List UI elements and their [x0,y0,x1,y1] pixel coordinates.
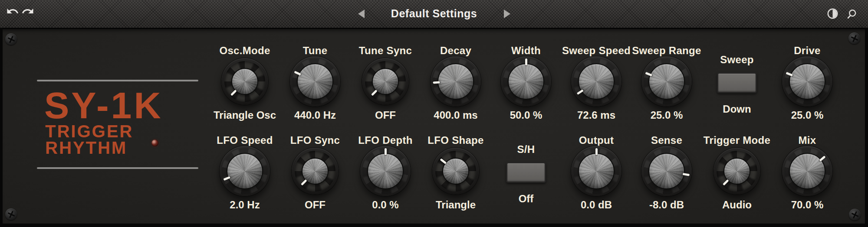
right-triangle-icon [504,10,510,18]
control-sense: Sense -8.0 dB [631,133,702,214]
control-osc-mode: Osc.Mode Triangle Osc [209,43,280,124]
sh-button[interactable] [506,162,546,183]
header-bar: Default Settings [0,0,868,28]
lfo-depth-knob[interactable] [360,146,411,196]
sense-knob[interactable] [641,146,692,196]
knob-cap [297,63,333,100]
control-tune: Tune 440.0 Hz [279,43,351,124]
decay-knob[interactable] [431,56,481,107]
control-lfo-shape: LFO Shape Triangle [420,133,491,214]
control-lfo-depth: LFO Depth 0.0 % [350,133,421,214]
lfo-speed-knob[interactable] [220,146,270,196]
undo-button[interactable] [6,4,20,18]
output-knob[interactable] [571,146,621,196]
knob-cap [578,63,615,100]
logo-subtitle-line2: RHYTHM [45,139,127,156]
status-led [151,139,158,146]
tune-knob[interactable] [290,56,340,107]
control-output: Output 0.0 dB [561,133,632,214]
control-width: Width 50.0 % [490,43,562,124]
screw-bottom-left [5,208,17,220]
preset-name[interactable]: Default Settings [373,7,495,20]
drive-value: 25.0 % [766,109,849,121]
knob-cap [227,153,263,189]
knob-cap [789,63,825,100]
lfo-sync-knob[interactable] [292,148,339,195]
control-decay: Decay 400.0 ms [420,43,491,124]
knob-pointer [525,58,527,65]
lfo-shape-knob[interactable] [432,148,479,195]
screw-top-left [5,33,17,45]
plugin-window: Default Settings SY-1K TRIGGER RHYTHM Os… [0,0,868,227]
mix-knob[interactable] [782,146,832,196]
knob-cap [789,153,825,189]
logo-divider-bottom [37,167,198,169]
knob-cap [437,63,474,100]
knob-cap [648,63,685,100]
sweep-speed-knob[interactable] [571,56,621,107]
control-lfo-speed: LFO Speed 2.0 Hz [209,133,280,214]
contrast-toggle-button[interactable] [826,7,838,19]
control-tune-sync: Tune Sync OFF [350,43,421,124]
drive-knob[interactable] [782,56,832,107]
mix-label: Mix [763,134,852,146]
prev-preset-button[interactable] [357,10,365,18]
control-sweep: Sweep Down [701,43,773,124]
redo-button[interactable] [21,4,35,18]
knob-pointer [433,81,440,84]
control-mix: Mix 70.0 % [772,133,843,214]
tune-sync-knob[interactable] [362,58,409,105]
screw-top-right [848,32,860,44]
logo-subtitle-line1: TRIGGER [45,123,133,139]
knob-pointer [595,148,598,155]
contrast-icon [827,8,838,19]
control-drive: Drive 25.0 % [772,43,843,124]
undo-icon [6,5,19,18]
control-sweep-range: Sweep Range 25.0 % [631,43,702,124]
logo-title: SY-1K [44,87,163,124]
next-preset-button[interactable] [503,10,511,18]
knob-cap [367,153,404,189]
control-lfo-sync: LFO Sync OFF [279,133,351,214]
drive-label: Drive [763,45,852,57]
knob-cap [442,158,469,185]
knob-pointer [385,148,387,155]
control-trigger-mode: Trigger Mode Audio [701,133,773,214]
logo-divider-top [37,80,198,81]
redo-icon [21,5,34,18]
screw-bottom-right [849,209,861,221]
knob-cap [508,63,544,100]
left-triangle-icon [358,10,365,18]
sweep-range-knob[interactable] [641,56,692,107]
control-sweep-speed: Sweep Speed 72.6 ms [561,43,632,124]
knob-cap [648,153,685,189]
width-knob[interactable] [501,56,551,107]
osc-mode-knob[interactable] [221,58,268,105]
magnifier-icon [846,8,858,20]
mix-value: 70.0 % [766,199,849,211]
control-sh: S/H Off [490,133,562,214]
sweep-button[interactable] [717,72,757,93]
knob-cap [578,153,615,189]
zoom-button[interactable] [845,8,858,20]
trigger-mode-knob[interactable] [713,148,760,195]
